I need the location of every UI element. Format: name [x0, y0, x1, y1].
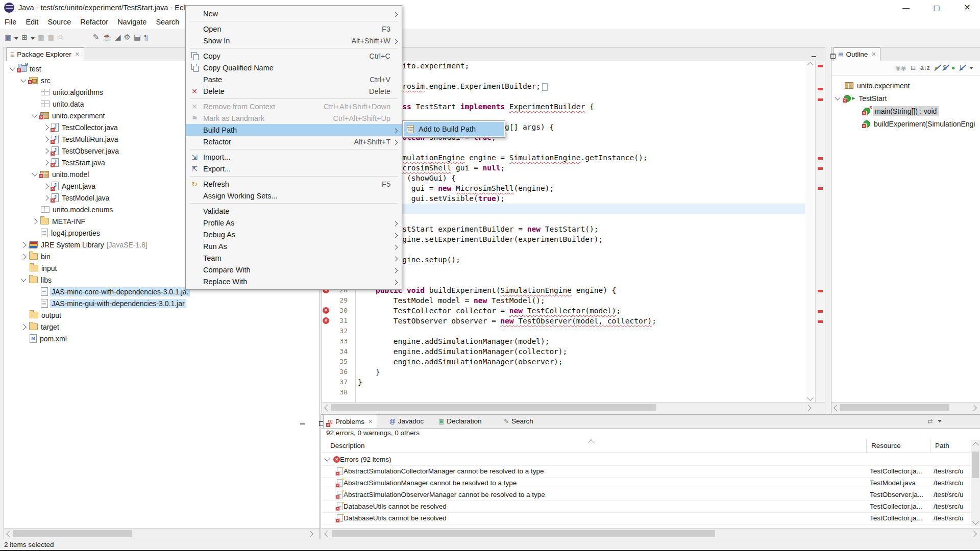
error-ruler-mark[interactable]: [818, 88, 823, 90]
menu-item-import-[interactable]: ⇲Import...: [186, 151, 402, 163]
chevron-right-icon[interactable]: [20, 324, 26, 330]
menu-item-compare-with[interactable]: Compare With: [186, 264, 402, 276]
problems-hscrollbar[interactable]: [321, 528, 980, 539]
gear-button[interactable]: ⚙: [122, 31, 132, 44]
code-line-19[interactable]: gui.setVisible(true);: [358, 193, 805, 204]
menu-item-copy[interactable]: CopyCtrl+C: [186, 50, 402, 62]
overview-ruler[interactable]: [815, 61, 825, 402]
view-menu-icon[interactable]: [969, 67, 973, 69]
code-line-23[interactable]: engine.setExperimentBuilder(experimentBu…: [358, 234, 805, 244]
menu-item-validate[interactable]: Validate: [186, 205, 402, 217]
code-line-31[interactable]: TestObserver observer = new TestObserver…: [358, 316, 805, 326]
view-menu-icon[interactable]: [938, 420, 942, 422]
scroll-left-icon[interactable]: [6, 531, 13, 537]
chevron-down-icon[interactable]: [9, 65, 15, 70]
problem-row-4[interactable]: DatabaseUtils cannot be resolvedTestColl…: [321, 500, 971, 513]
scroll-thumb[interactable]: [331, 404, 656, 411]
link-with-editor-icon[interactable]: ◉◉: [895, 64, 906, 71]
tab-javadoc[interactable]: @Javadoc: [385, 415, 428, 428]
code-line-29[interactable]: TestModel model = new TestModel();: [358, 295, 805, 306]
menu-item-refresh[interactable]: ↻RefreshF5: [186, 178, 402, 190]
hide-static-members-icon[interactable]: S: [943, 64, 947, 71]
scroll-left-icon[interactable]: [324, 531, 331, 537]
menu-edit[interactable]: Edit: [21, 15, 43, 29]
dropdown-arrow-icon[interactable]: [14, 37, 18, 40]
scroll-right-icon[interactable]: [805, 405, 812, 411]
chevron-right-icon[interactable]: [43, 124, 48, 130]
maximize-view-icon[interactable]: [830, 54, 836, 59]
menu-search[interactable]: Search: [151, 15, 184, 29]
outline-hscrollbar[interactable]: [831, 402, 980, 413]
dropdown-arrow-icon[interactable]: [31, 37, 35, 40]
column-description[interactable]: Description: [330, 442, 365, 449]
menu-item-assign-working-sets-[interactable]: Assign Working Sets...: [186, 190, 402, 202]
chevron-right-icon[interactable]: [20, 242, 26, 247]
menu-item-paste[interactable]: PasteCtrl+V: [186, 73, 402, 85]
code-line-20[interactable]: }: [358, 204, 805, 214]
error-ruler-mark[interactable]: [818, 98, 823, 101]
chevron-right-icon[interactable]: [43, 160, 48, 165]
new-wizard-button[interactable]: ▣: [3, 31, 13, 44]
chevron-down-icon[interactable]: [835, 94, 840, 100]
menu-item-profile-as[interactable]: Profile As: [186, 217, 402, 229]
scroll-thumb[interactable]: [972, 452, 979, 478]
problems-group-errors[interactable]: Errors (92 items): [321, 454, 971, 466]
code-line-37[interactable]: }: [358, 377, 805, 387]
code-line-33[interactable]: engine.addSimulationManager(model);: [358, 336, 805, 346]
error-ruler-mark[interactable]: [818, 310, 823, 313]
minimize-view-icon[interactable]: [300, 421, 305, 426]
tree-item-output[interactable]: output: [4, 309, 320, 321]
problem-row-2[interactable]: AbstractSimulationManager cannot be reso…: [321, 477, 971, 489]
code-line-35[interactable]: engine.addSimulationManager(observer);: [358, 357, 805, 367]
scroll-down-icon[interactable]: [807, 394, 814, 401]
tab-declaration[interactable]: ▣Declaration: [434, 415, 486, 428]
editor-hscrollbar[interactable]: [322, 402, 825, 413]
problem-row-5[interactable]: DatabaseUtils cannot be resolvedTestColl…: [321, 512, 971, 524]
close-button[interactable]: ✕: [955, 0, 979, 15]
chevron-right-icon[interactable]: [43, 183, 48, 189]
scroll-right-icon[interactable]: [970, 531, 977, 537]
chevron-right-icon[interactable]: [32, 218, 37, 224]
wedge-button[interactable]: ◢: [113, 31, 122, 44]
menu-item-build-path[interactable]: Build Path: [186, 124, 402, 136]
teapot-button[interactable]: ☕: [101, 31, 113, 44]
scroll-left-icon[interactable]: [834, 405, 840, 411]
menu-file[interactable]: File: [0, 15, 21, 29]
menu-source[interactable]: Source: [43, 15, 76, 29]
tab-search[interactable]: ✎Search: [500, 415, 537, 428]
tab-outline[interactable]: ▤ Outline ✕: [834, 47, 880, 61]
chevron-right-icon[interactable]: [43, 136, 48, 142]
outline-item-1[interactable]: unito.experiment: [831, 79, 980, 92]
menu-item-refactor[interactable]: RefactorAlt+Shift+T: [186, 136, 402, 147]
chevron-down-icon[interactable]: [32, 112, 37, 117]
code-line-10[interactable]: public class TestStart implements Experi…: [358, 102, 805, 112]
code-line-22[interactable]: TestStart experimentBuilder = new TestSt…: [358, 224, 805, 234]
scroll-thumb[interactable]: [13, 530, 132, 537]
close-view-icon[interactable]: ✕: [75, 51, 80, 58]
hide-non-public-members-icon[interactable]: ●: [951, 64, 955, 71]
menu-navigate[interactable]: Navigate: [113, 15, 151, 29]
chevron-right-icon[interactable]: [43, 148, 48, 154]
new-java-project-button[interactable]: ⊞: [20, 31, 29, 44]
error-ruler-mark[interactable]: [818, 167, 823, 170]
sort-alphabetically-icon[interactable]: a↓z: [920, 64, 930, 71]
code-line-17[interactable]: if (showGui) {: [358, 173, 805, 183]
problem-row-1[interactable]: AbstractSimulationCollectorManager canno…: [321, 465, 971, 478]
code-line-26[interactable]: [358, 265, 805, 275]
outline-item-4[interactable]: buildExperiment(SimulationEngi: [831, 117, 980, 130]
chevron-down-icon[interactable]: [324, 456, 330, 461]
scroll-up-icon[interactable]: [972, 442, 979, 448]
menu-item-team[interactable]: Team: [186, 252, 402, 264]
column-divider[interactable]: [866, 439, 867, 453]
outline-item-2[interactable]: ▶TestStart: [831, 92, 980, 105]
menu-item-show-in[interactable]: Show InAlt+Shift+W: [186, 35, 402, 46]
error-ruler-mark[interactable]: [818, 187, 823, 190]
menu-item-delete[interactable]: ✕DeleteDelete: [186, 85, 402, 97]
problems-vscrollbar[interactable]: [971, 440, 980, 527]
outline-item-3[interactable]: main(String[]) : void: [831, 105, 980, 117]
focus-icon[interactable]: ⇄: [927, 417, 933, 425]
chevron-right-icon[interactable]: [20, 254, 26, 259]
tree-item-pom-xml[interactable]: pom.xml: [4, 333, 320, 344]
close-view-icon[interactable]: ✕: [368, 418, 373, 425]
book-button[interactable]: ▤: [132, 31, 142, 44]
